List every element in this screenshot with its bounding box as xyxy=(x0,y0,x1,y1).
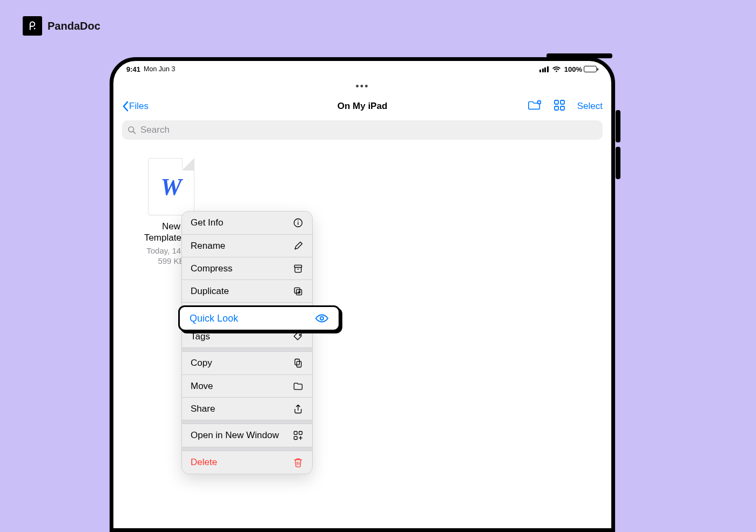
svg-rect-8 xyxy=(294,265,301,267)
menu-duplicate[interactable]: Duplicate xyxy=(182,279,312,302)
cellular-icon xyxy=(539,66,549,72)
trash-icon xyxy=(293,457,303,468)
search-input[interactable] xyxy=(139,124,597,136)
svg-point-0 xyxy=(34,28,36,30)
eye-icon xyxy=(315,313,329,324)
wifi-icon xyxy=(552,66,561,72)
status-date: Mon Jun 3 xyxy=(144,65,175,73)
svg-point-11 xyxy=(299,334,300,335)
battery-icon xyxy=(584,66,597,72)
svg-rect-15 xyxy=(299,432,302,435)
context-menu: Get Info Rename Compress Duplicate Tags xyxy=(181,211,313,474)
select-button[interactable]: Select xyxy=(577,101,603,112)
pandadoc-label: PandaDoc xyxy=(48,20,100,32)
menu-quick-look[interactable]: Quick Look xyxy=(178,305,340,331)
new-folder-button[interactable] xyxy=(528,99,542,113)
folder-icon xyxy=(293,381,303,392)
search-icon xyxy=(127,126,136,134)
ipad-volume-down xyxy=(616,147,620,179)
menu-delete[interactable]: Delete xyxy=(182,451,312,474)
menu-copy[interactable]: Copy xyxy=(182,352,312,374)
status-bar: 9:41 Mon Jun 3 100% xyxy=(113,61,611,75)
svg-rect-2 xyxy=(555,100,558,104)
menu-open-new-window[interactable]: Open in New Window xyxy=(182,424,312,447)
multitask-ellipsis-icon[interactable]: ••• xyxy=(113,85,611,88)
tag-icon xyxy=(293,331,303,342)
svg-point-17 xyxy=(320,317,323,320)
menu-share[interactable]: Share xyxy=(182,397,312,420)
svg-rect-12 xyxy=(295,359,299,365)
svg-rect-14 xyxy=(294,432,298,435)
info-icon xyxy=(293,217,303,228)
copy-icon xyxy=(293,358,303,369)
ipad-volume-up xyxy=(616,110,620,142)
pencil-icon xyxy=(293,241,303,251)
page-title: On My iPad xyxy=(338,101,388,112)
battery-percentage: 100% xyxy=(564,65,582,73)
svg-rect-16 xyxy=(294,436,298,440)
back-label: Files xyxy=(129,101,148,112)
nav-bar: Files On My iPad Select xyxy=(113,96,611,117)
pandadoc-logo-icon xyxy=(23,16,42,36)
duplicate-icon xyxy=(293,286,303,297)
svg-rect-4 xyxy=(555,106,558,110)
menu-compress[interactable]: Compress xyxy=(182,257,312,279)
status-time: 9:41 xyxy=(126,65,140,73)
pandadoc-badge: PandaDoc xyxy=(23,16,100,36)
menu-get-info[interactable]: Get Info xyxy=(182,212,312,234)
chevron-left-icon xyxy=(122,101,130,112)
svg-rect-5 xyxy=(561,106,564,110)
archive-icon xyxy=(293,263,303,274)
menu-rename[interactable]: Rename xyxy=(182,234,312,257)
ipad-device: 9:41 Mon Jun 3 100% ••• Files xyxy=(110,57,615,532)
menu-move[interactable]: Move xyxy=(182,374,312,397)
share-icon xyxy=(293,404,303,414)
view-options-button[interactable] xyxy=(554,99,565,113)
document-icon: W xyxy=(148,158,194,215)
svg-rect-3 xyxy=(561,100,564,104)
svg-rect-13 xyxy=(297,362,301,367)
grid-add-icon xyxy=(293,430,303,441)
back-button[interactable]: Files xyxy=(122,101,148,112)
search-field[interactable] xyxy=(122,120,603,140)
